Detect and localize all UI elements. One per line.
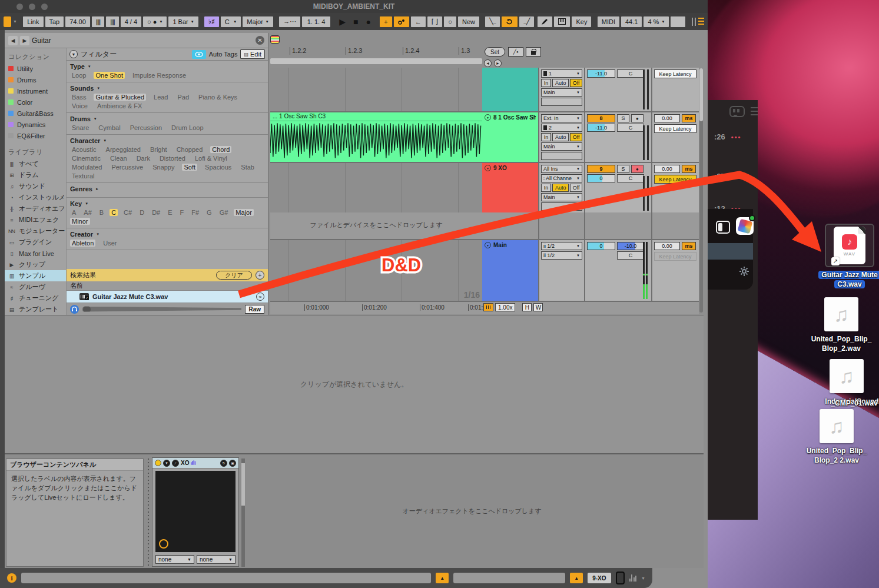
collection-item[interactable]: EQ&Filter [5,130,66,141]
library-item[interactable]: ♯ チューニング [5,293,66,304]
filter-tag[interactable]: Bright [148,146,169,153]
filter-tag[interactable]: Chopped [175,146,205,153]
follow-arrangement-button[interactable]: →⋯ [279,16,300,27]
filter-tag[interactable]: One Shot [94,72,124,79]
library-item[interactable]: |||| すべて [5,158,66,170]
cpu-load-menu[interactable]: 4 %▼ [644,16,669,27]
filter-tag[interactable]: Drum Loop [170,124,205,131]
auto-tags-eye-icon[interactable] [192,50,206,59]
library-item[interactable]: ▯ Max for Live [5,248,66,259]
timestamp-row[interactable]: :37••• [714,172,741,181]
track-number-button[interactable]: 9 [587,165,615,173]
filter-tag[interactable]: Lofi & Vinyl [193,155,229,162]
session-record-link-icon[interactable] [394,16,409,27]
similar-samples-icon[interactable]: ≈ [256,293,264,301]
timestamp-row[interactable]: :26••• [714,132,741,141]
zoom-height-button[interactable]: H [522,303,532,311]
output-menu[interactable]: Main [541,88,582,97]
keep-latency-button-active[interactable]: Keep Latency [654,175,696,184]
cue-out-menu[interactable]: ii 1/2 [541,242,582,250]
preview-volume-slider[interactable] [82,307,241,312]
comment-bubble-icon[interactable] [729,106,745,117]
play-button[interactable]: ▶ [336,17,349,26]
scale-root-menu[interactable]: C▼ [221,16,241,27]
draw-mode-pencil-icon[interactable] [538,16,552,27]
time-signature-field[interactable]: 4 / 4 [121,16,141,27]
more-options-icon[interactable]: ••• [731,173,742,180]
filter-tag[interactable]: Ambience & FX [95,102,144,109]
key-map-button[interactable]: Key [572,16,591,27]
device-on-button[interactable] [155,460,161,466]
track-header-red[interactable]: ▼9 XO [482,163,538,212]
fade-out-icon[interactable]: ╲_ [485,16,500,27]
zoom-level-field[interactable]: 1.00x [495,303,515,311]
show-device-view-button[interactable]: ▲ [570,573,583,583]
push-device-icon[interactable] [616,572,625,584]
filter-tag[interactable]: F [178,209,186,216]
library-item[interactable]: ·||· オーディオエフ [5,203,66,214]
filter-tag[interactable]: Stab [239,164,256,171]
monitor-in-button[interactable]: In [541,184,551,192]
ms-unit-button[interactable]: ms [682,114,696,122]
loop-button[interactable] [502,16,518,27]
collection-item[interactable]: Color [5,97,66,108]
search-input[interactable] [32,35,253,46]
fold-track-icon[interactable]: ▼ [485,165,491,171]
track-number-button[interactable]: 8 [587,114,615,122]
track-lane[interactable]: ... 1 Osc Saw Sh C3 [270,112,482,162]
xo-output-select[interactable]: none [197,555,235,564]
filter-tag[interactable]: F# [190,209,201,216]
xo-choke-select[interactable]: none [155,555,194,564]
headphone-preview-icon[interactable] [70,305,79,314]
device-drop-strip[interactable] [146,459,151,567]
file-drop-zone[interactable]: ファイルとデバイスをここへドロップします [270,212,482,239]
fold-track-icon[interactable]: ▼ [485,242,491,248]
filter-tag[interactable]: Ableton [70,240,95,247]
filter-tag[interactable]: Loop [70,72,88,79]
filter-tag[interactable]: Bass [70,94,88,101]
output-menu[interactable]: Main [541,193,582,201]
nudge-down-button[interactable]: |||| [92,16,104,27]
monitor-auto-button[interactable]: Auto [552,79,569,87]
filter-tag[interactable]: E [166,209,174,216]
library-item[interactable]: NN モジュレーター [5,225,66,237]
filter-tag[interactable]: Acoustic [70,146,98,153]
link-button[interactable]: Link [23,16,43,27]
prev-locator-icon[interactable]: ◄ [484,59,492,67]
track-lane[interactable] [270,68,482,111]
overdub-plus-button[interactable]: + [380,16,392,27]
solo-button[interactable]: S [617,114,629,122]
beat-time-ruler[interactable]: 1.2.2 1.2.3 1.2.4 1.3 Set ╱● [270,46,704,58]
keep-latency-button[interactable]: Keep Latency [654,69,696,78]
collection-item[interactable]: Guitar&Bass [5,108,66,119]
filter-tag[interactable]: Cinematic [70,155,102,162]
quantize-menu[interactable]: 1 Bar▼ [168,16,198,27]
library-item[interactable]: ♫ サウンド [5,181,66,192]
monitor-in-button[interactable]: In [541,133,551,141]
master-volume-field[interactable]: -10.0 [617,242,644,250]
library-item[interactable]: ▶ クリップ [5,259,66,270]
draw-automation-icon[interactable]: ╱● [508,47,523,57]
cue-volume-field[interactable]: 0 [587,242,615,250]
computer-midi-keyboard-icon[interactable] [554,16,570,27]
filter-tag[interactable]: Major [234,209,254,216]
track-lane[interactable]: 1/16 [270,240,482,301]
filter-tag[interactable]: Chord [210,146,231,153]
monitor-auto-button[interactable]: Auto [552,133,569,141]
lock-envelopes-icon[interactable] [526,47,541,57]
record-button[interactable]: ● [363,17,373,26]
library-item[interactable]: ▤ テンプレート [5,304,66,315]
chevron-down-icon[interactable]: ▼ [641,576,645,580]
meter-levels-icon[interactable] [629,574,637,582]
collection-item[interactable]: Drums [5,74,66,85]
scale-keys-button[interactable]: ♭♯ [204,16,219,27]
monitor-off-button[interactable]: Off [570,79,582,87]
midi-map-button[interactable]: MIDI [598,16,619,27]
library-item[interactable]: ◔ インストゥルメ [5,192,66,203]
filter-tag[interactable]: Voice [70,102,89,109]
arrangement-scrollbar[interactable] [699,68,703,313]
desktop-file-guitar-jazz[interactable]: ♪ WAV ↗ Guitar Jazz MuteC3.wav [817,224,879,289]
filter-tag[interactable]: A [70,209,78,216]
fade-in-icon[interactable]: _╱ [519,16,534,27]
filter-tag[interactable]: Minor [70,218,90,225]
